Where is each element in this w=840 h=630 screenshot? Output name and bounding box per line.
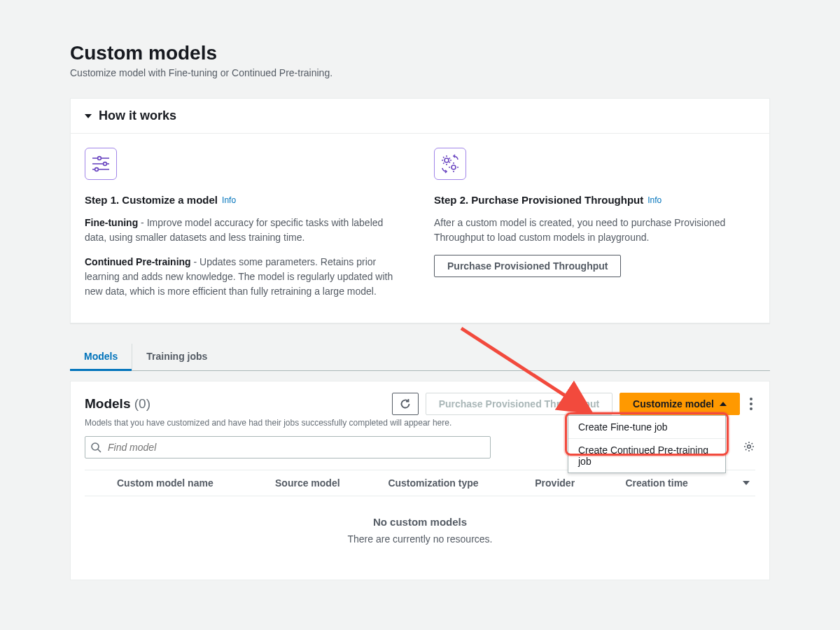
create-continued-pretraining-job-item[interactable]: Create Continued Pre-training job [568, 438, 725, 472]
create-fine-tune-job-item[interactable]: Create Fine-tune job [568, 416, 725, 438]
step-1-paragraph-1: Fine-tuning - Improve model accuracy for… [85, 216, 406, 245]
svg-point-7 [95, 168, 99, 172]
step-2-info-link[interactable]: Info [648, 195, 662, 205]
models-count: (0) [134, 396, 150, 411]
customize-model-dropdown: Create Fine-tune job Create Continued Pr… [568, 415, 726, 473]
models-heading: Models (0) [85, 396, 150, 412]
step-1-paragraph-2: Continued Pre-training - Updates some pa… [85, 255, 406, 299]
models-panel: Models (0) Purchase Provisioned Throughp… [70, 381, 770, 580]
svg-point-11 [92, 443, 99, 450]
page-subtitle: Customize model with Fine-tuning or Cont… [70, 67, 770, 78]
table-settings-button[interactable] [743, 440, 755, 455]
refresh-icon [400, 398, 411, 410]
sliders-icon [85, 148, 117, 180]
col-customization-type[interactable]: Customization type [388, 477, 535, 489]
caret-down-icon [85, 114, 92, 118]
gear-icon [743, 440, 755, 453]
svg-point-10 [451, 165, 456, 169]
page-title: Custom models [70, 42, 770, 64]
step-2-title: Step 2. Purchase Provisioned Throughput [434, 194, 643, 206]
tabs: Models Training jobs [70, 343, 770, 371]
col-source-model[interactable]: Source model [275, 477, 388, 489]
col-creation-time[interactable]: Creation time [625, 477, 755, 489]
search-icon [90, 442, 102, 453]
step-1: Step 1. Customize a model Info Fine-tuni… [85, 148, 406, 309]
table-header: Custom model name Source model Customiza… [85, 470, 755, 496]
refresh-button[interactable] [392, 393, 419, 415]
purchase-throughput-button[interactable]: Purchase Provisioned Throughput [426, 393, 612, 415]
caret-up-icon [720, 402, 727, 406]
step-2-paragraph: After a custom model is created, you nee… [434, 216, 755, 245]
empty-state: No custom models There are currently no … [85, 496, 755, 552]
col-provider[interactable]: Provider [535, 477, 625, 489]
search-input[interactable] [85, 436, 491, 458]
how-it-works-toggle[interactable]: How it works [71, 99, 769, 134]
gears-cycle-icon [434, 148, 466, 180]
tab-training-jobs[interactable]: Training jobs [132, 344, 221, 371]
step-1-title: Step 1. Customize a model [85, 194, 218, 206]
svg-point-1 [98, 157, 102, 160]
tab-models[interactable]: Models [70, 344, 132, 371]
empty-title: No custom models [85, 516, 755, 528]
col-custom-model-name[interactable]: Custom model name [117, 477, 275, 489]
step-2: Step 2. Purchase Provisioned Throughput … [434, 148, 755, 309]
customize-model-button[interactable]: Customize model [620, 393, 740, 415]
step-1-info-link[interactable]: Info [222, 195, 236, 205]
svg-point-13 [748, 444, 751, 448]
svg-line-12 [98, 449, 101, 452]
purchase-throughput-button-howto[interactable]: Purchase Provisioned Throughput [434, 255, 621, 277]
sort-desc-icon [743, 481, 750, 485]
how-it-works-heading: How it works [99, 108, 176, 123]
more-actions-button[interactable] [747, 393, 755, 414]
how-it-works-panel: How it works Step 1. Customize a model I… [70, 98, 770, 323]
svg-point-4 [104, 162, 107, 166]
empty-subtitle: There are currently no resources. [85, 533, 755, 545]
svg-point-9 [444, 158, 449, 162]
